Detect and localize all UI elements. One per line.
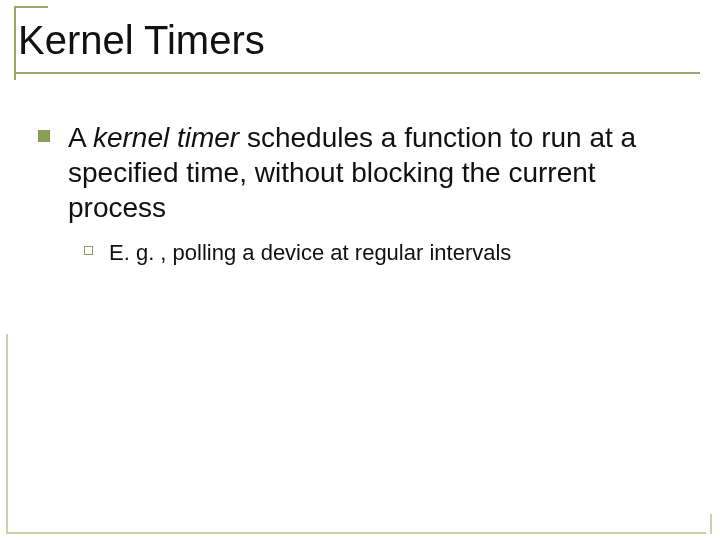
title-block: Kernel Timers (14, 6, 700, 74)
slide-title: Kernel Timers (14, 16, 700, 74)
frame-bottom-right (710, 514, 712, 534)
frame-bottom-left (6, 334, 706, 534)
bullet-level-1: A kernel timer schedules a function to r… (38, 120, 690, 225)
bullet-l2-text: E. g. , polling a device at regular inte… (109, 239, 511, 267)
square-outline-bullet-icon (84, 246, 93, 255)
bullet-level-2: E. g. , polling a device at regular inte… (84, 239, 690, 267)
bullet-l1-text: A kernel timer schedules a function to r… (68, 120, 690, 225)
body-area: A kernel timer schedules a function to r… (38, 120, 690, 267)
square-bullet-icon (38, 130, 50, 142)
slide: Kernel Timers A kernel timer schedules a… (0, 0, 720, 540)
bullet-l1-pre: A (68, 122, 93, 153)
bullet-l1-em: kernel timer (93, 122, 239, 153)
